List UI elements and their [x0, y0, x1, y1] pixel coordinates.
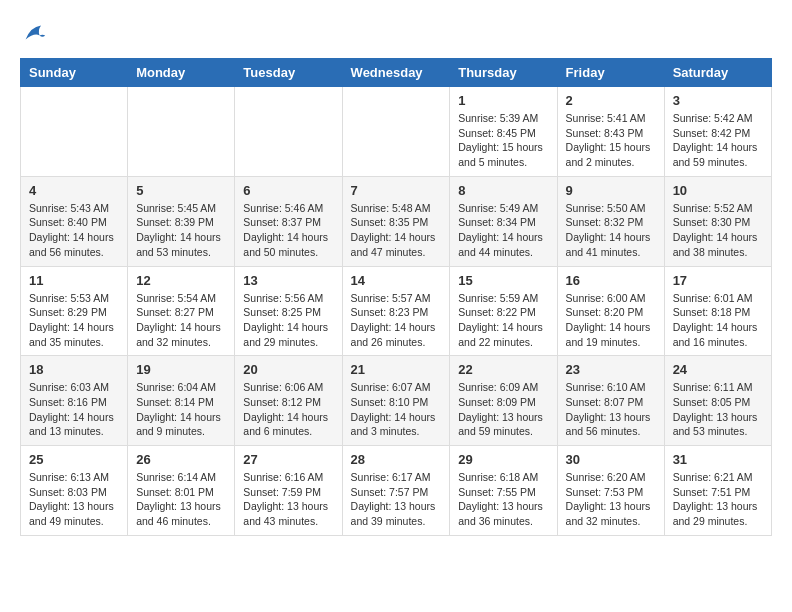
calendar-cell: 10Sunrise: 5:52 AM Sunset: 8:30 PM Dayli… [664, 176, 771, 266]
calendar-cell: 2Sunrise: 5:41 AM Sunset: 8:43 PM Daylig… [557, 87, 664, 177]
day-info: Sunrise: 6:01 AM Sunset: 8:18 PM Dayligh… [673, 291, 763, 350]
day-number: 30 [566, 452, 656, 467]
calendar-cell: 8Sunrise: 5:49 AM Sunset: 8:34 PM Daylig… [450, 176, 557, 266]
day-info: Sunrise: 5:56 AM Sunset: 8:25 PM Dayligh… [243, 291, 333, 350]
calendar-cell: 28Sunrise: 6:17 AM Sunset: 7:57 PM Dayli… [342, 446, 450, 536]
day-number: 29 [458, 452, 548, 467]
day-number: 20 [243, 362, 333, 377]
logo [20, 20, 52, 48]
col-header-thursday: Thursday [450, 59, 557, 87]
calendar-header-row: SundayMondayTuesdayWednesdayThursdayFrid… [21, 59, 772, 87]
day-info: Sunrise: 5:39 AM Sunset: 8:45 PM Dayligh… [458, 111, 548, 170]
day-number: 15 [458, 273, 548, 288]
day-info: Sunrise: 6:13 AM Sunset: 8:03 PM Dayligh… [29, 470, 119, 529]
day-info: Sunrise: 6:14 AM Sunset: 8:01 PM Dayligh… [136, 470, 226, 529]
day-number: 14 [351, 273, 442, 288]
day-number: 17 [673, 273, 763, 288]
calendar-cell: 17Sunrise: 6:01 AM Sunset: 8:18 PM Dayli… [664, 266, 771, 356]
calendar-cell: 6Sunrise: 5:46 AM Sunset: 8:37 PM Daylig… [235, 176, 342, 266]
day-number: 4 [29, 183, 119, 198]
col-header-sunday: Sunday [21, 59, 128, 87]
day-number: 16 [566, 273, 656, 288]
calendar-cell [128, 87, 235, 177]
day-number: 5 [136, 183, 226, 198]
day-number: 1 [458, 93, 548, 108]
calendar-cell: 22Sunrise: 6:09 AM Sunset: 8:09 PM Dayli… [450, 356, 557, 446]
day-info: Sunrise: 5:41 AM Sunset: 8:43 PM Dayligh… [566, 111, 656, 170]
day-info: Sunrise: 5:49 AM Sunset: 8:34 PM Dayligh… [458, 201, 548, 260]
day-number: 9 [566, 183, 656, 198]
day-number: 23 [566, 362, 656, 377]
calendar-week-row: 4Sunrise: 5:43 AM Sunset: 8:40 PM Daylig… [21, 176, 772, 266]
day-number: 6 [243, 183, 333, 198]
col-header-wednesday: Wednesday [342, 59, 450, 87]
calendar-cell: 9Sunrise: 5:50 AM Sunset: 8:32 PM Daylig… [557, 176, 664, 266]
day-number: 13 [243, 273, 333, 288]
calendar-cell: 14Sunrise: 5:57 AM Sunset: 8:23 PM Dayli… [342, 266, 450, 356]
day-info: Sunrise: 6:21 AM Sunset: 7:51 PM Dayligh… [673, 470, 763, 529]
calendar-cell: 11Sunrise: 5:53 AM Sunset: 8:29 PM Dayli… [21, 266, 128, 356]
day-info: Sunrise: 6:20 AM Sunset: 7:53 PM Dayligh… [566, 470, 656, 529]
calendar-cell: 16Sunrise: 6:00 AM Sunset: 8:20 PM Dayli… [557, 266, 664, 356]
day-number: 26 [136, 452, 226, 467]
day-info: Sunrise: 6:03 AM Sunset: 8:16 PM Dayligh… [29, 380, 119, 439]
calendar-table: SundayMondayTuesdayWednesdayThursdayFrid… [20, 58, 772, 536]
calendar-cell: 12Sunrise: 5:54 AM Sunset: 8:27 PM Dayli… [128, 266, 235, 356]
calendar-cell: 29Sunrise: 6:18 AM Sunset: 7:55 PM Dayli… [450, 446, 557, 536]
day-info: Sunrise: 5:48 AM Sunset: 8:35 PM Dayligh… [351, 201, 442, 260]
day-info: Sunrise: 5:59 AM Sunset: 8:22 PM Dayligh… [458, 291, 548, 350]
col-header-monday: Monday [128, 59, 235, 87]
day-number: 10 [673, 183, 763, 198]
calendar-cell: 19Sunrise: 6:04 AM Sunset: 8:14 PM Dayli… [128, 356, 235, 446]
calendar-cell: 3Sunrise: 5:42 AM Sunset: 8:42 PM Daylig… [664, 87, 771, 177]
day-info: Sunrise: 6:16 AM Sunset: 7:59 PM Dayligh… [243, 470, 333, 529]
calendar-cell: 18Sunrise: 6:03 AM Sunset: 8:16 PM Dayli… [21, 356, 128, 446]
day-info: Sunrise: 5:53 AM Sunset: 8:29 PM Dayligh… [29, 291, 119, 350]
calendar-cell: 30Sunrise: 6:20 AM Sunset: 7:53 PM Dayli… [557, 446, 664, 536]
logo-bird-icon [20, 20, 48, 48]
day-info: Sunrise: 6:10 AM Sunset: 8:07 PM Dayligh… [566, 380, 656, 439]
calendar-cell: 20Sunrise: 6:06 AM Sunset: 8:12 PM Dayli… [235, 356, 342, 446]
day-info: Sunrise: 5:45 AM Sunset: 8:39 PM Dayligh… [136, 201, 226, 260]
day-number: 3 [673, 93, 763, 108]
day-info: Sunrise: 6:06 AM Sunset: 8:12 PM Dayligh… [243, 380, 333, 439]
calendar-cell: 21Sunrise: 6:07 AM Sunset: 8:10 PM Dayli… [342, 356, 450, 446]
day-info: Sunrise: 5:43 AM Sunset: 8:40 PM Dayligh… [29, 201, 119, 260]
calendar-cell [342, 87, 450, 177]
calendar-cell: 25Sunrise: 6:13 AM Sunset: 8:03 PM Dayli… [21, 446, 128, 536]
day-number: 21 [351, 362, 442, 377]
day-number: 28 [351, 452, 442, 467]
calendar-week-row: 11Sunrise: 5:53 AM Sunset: 8:29 PM Dayli… [21, 266, 772, 356]
calendar-cell: 27Sunrise: 6:16 AM Sunset: 7:59 PM Dayli… [235, 446, 342, 536]
header [20, 20, 772, 48]
day-number: 25 [29, 452, 119, 467]
col-header-friday: Friday [557, 59, 664, 87]
day-info: Sunrise: 5:50 AM Sunset: 8:32 PM Dayligh… [566, 201, 656, 260]
day-info: Sunrise: 6:17 AM Sunset: 7:57 PM Dayligh… [351, 470, 442, 529]
day-info: Sunrise: 6:04 AM Sunset: 8:14 PM Dayligh… [136, 380, 226, 439]
col-header-saturday: Saturday [664, 59, 771, 87]
calendar-week-row: 25Sunrise: 6:13 AM Sunset: 8:03 PM Dayli… [21, 446, 772, 536]
day-info: Sunrise: 5:54 AM Sunset: 8:27 PM Dayligh… [136, 291, 226, 350]
calendar-cell [235, 87, 342, 177]
calendar-cell: 5Sunrise: 5:45 AM Sunset: 8:39 PM Daylig… [128, 176, 235, 266]
day-number: 11 [29, 273, 119, 288]
day-info: Sunrise: 6:18 AM Sunset: 7:55 PM Dayligh… [458, 470, 548, 529]
calendar-cell: 26Sunrise: 6:14 AM Sunset: 8:01 PM Dayli… [128, 446, 235, 536]
day-info: Sunrise: 5:57 AM Sunset: 8:23 PM Dayligh… [351, 291, 442, 350]
day-number: 22 [458, 362, 548, 377]
day-info: Sunrise: 5:52 AM Sunset: 8:30 PM Dayligh… [673, 201, 763, 260]
calendar-cell: 7Sunrise: 5:48 AM Sunset: 8:35 PM Daylig… [342, 176, 450, 266]
day-number: 7 [351, 183, 442, 198]
day-number: 12 [136, 273, 226, 288]
day-info: Sunrise: 5:46 AM Sunset: 8:37 PM Dayligh… [243, 201, 333, 260]
calendar-week-row: 18Sunrise: 6:03 AM Sunset: 8:16 PM Dayli… [21, 356, 772, 446]
day-info: Sunrise: 6:11 AM Sunset: 8:05 PM Dayligh… [673, 380, 763, 439]
day-number: 2 [566, 93, 656, 108]
calendar-cell: 15Sunrise: 5:59 AM Sunset: 8:22 PM Dayli… [450, 266, 557, 356]
day-info: Sunrise: 6:07 AM Sunset: 8:10 PM Dayligh… [351, 380, 442, 439]
day-number: 19 [136, 362, 226, 377]
calendar-week-row: 1Sunrise: 5:39 AM Sunset: 8:45 PM Daylig… [21, 87, 772, 177]
calendar-cell: 24Sunrise: 6:11 AM Sunset: 8:05 PM Dayli… [664, 356, 771, 446]
day-number: 27 [243, 452, 333, 467]
